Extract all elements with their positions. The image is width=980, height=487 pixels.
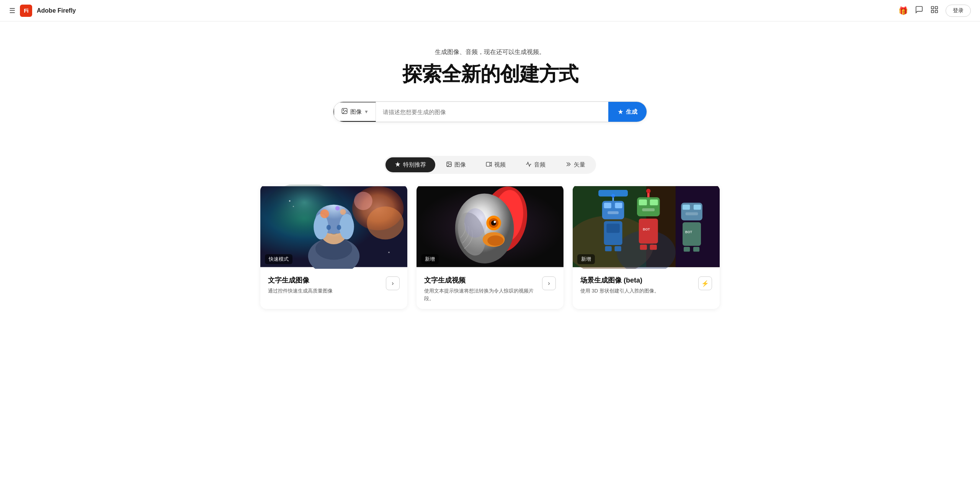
tab-featured-label: 特别推荐	[403, 161, 426, 168]
generate-button[interactable]: 生成	[608, 102, 647, 122]
svg-point-62	[646, 189, 651, 193]
svg-rect-3	[935, 10, 938, 13]
svg-rect-2	[931, 10, 934, 13]
tab-vector-icon	[565, 161, 572, 168]
svg-point-19	[339, 214, 354, 239]
card-2-title: 文字生成视频	[424, 276, 542, 285]
svg-rect-70	[686, 212, 698, 216]
svg-rect-58	[639, 199, 647, 205]
image-type-icon	[341, 108, 348, 116]
card-scene-to-image: BOT BOT	[573, 185, 720, 309]
search-input[interactable]	[376, 102, 608, 122]
hero-title: 探索全新的创建方式	[402, 61, 578, 88]
header: ☰ Fi Adobe Firefly 🎁 登录	[0, 0, 980, 21]
card-3-badge: 新增	[577, 254, 595, 264]
tab-vector[interactable]: 矢量	[556, 157, 595, 172]
svg-point-39	[464, 208, 487, 238]
svg-point-34	[487, 235, 503, 246]
card-3-title: 场景生成图像 (beta)	[580, 276, 698, 285]
svg-rect-47	[604, 203, 611, 208]
svg-rect-0	[931, 7, 934, 9]
svg-rect-51	[606, 224, 620, 233]
tab-video[interactable]: 视频	[477, 157, 515, 172]
tab-image-label: 图像	[454, 161, 466, 168]
svg-point-25	[289, 200, 291, 202]
card-2-badge: 新增	[421, 254, 439, 264]
tabs-section: 特别推荐 图像 视频	[0, 156, 980, 174]
svg-point-27	[388, 252, 390, 253]
card-3-arrow-button[interactable]: ⚡	[698, 276, 712, 290]
card-3-text: 场景生成图像 (beta) 使用 3D 形状创建引人入胜的图像。	[580, 276, 698, 295]
card-2-text: 文字生成视频 使用文本提示快速将想法转换为令人惊叹的视频片段。	[424, 276, 542, 302]
svg-point-20	[327, 225, 331, 230]
card-image-2: 新增	[416, 185, 564, 269]
hero-subtitle: 生成图像、音频，现在还可以生成视频。	[435, 48, 545, 56]
search-bar: 图像 ▼ 生成	[333, 101, 647, 122]
svg-point-5	[343, 109, 344, 110]
card-text-to-image: 快速模式 文字生成图像 通过控件快速生成高质量图像 ›	[260, 185, 407, 309]
gift-icon[interactable]: 🎁	[898, 6, 908, 15]
chevron-down-icon: ▼	[364, 109, 369, 114]
generate-label: 生成	[626, 108, 637, 116]
tab-audio-label: 音频	[534, 161, 546, 168]
svg-text:BOT: BOT	[685, 230, 693, 234]
card-1-badge: 快速模式	[265, 254, 292, 264]
svg-rect-1	[935, 7, 938, 9]
svg-rect-56	[598, 190, 628, 196]
card-image-3: BOT BOT	[573, 185, 720, 269]
tab-image-icon	[446, 161, 452, 168]
card-1-title: 文字生成图像	[268, 276, 386, 285]
svg-rect-69	[694, 204, 701, 209]
svg-rect-74	[693, 247, 699, 252]
grid-icon[interactable]	[930, 5, 939, 16]
tab-image[interactable]: 图像	[437, 157, 475, 172]
svg-rect-60	[642, 208, 655, 211]
login-button[interactable]: 登录	[946, 5, 971, 17]
svg-point-13	[354, 192, 372, 210]
tabs-container: 特别推荐 图像 视频	[384, 156, 596, 174]
svg-text:BOT: BOT	[643, 227, 650, 231]
tab-featured-icon	[395, 161, 401, 168]
card-image-1: 快速模式	[260, 185, 407, 269]
svg-point-21	[337, 225, 341, 230]
card-text-to-video: 新增 文字生成视频 使用文本提示快速将想法转换为令人惊叹的视频片段。 ›	[416, 185, 564, 309]
tab-video-icon	[486, 161, 492, 168]
svg-rect-65	[640, 245, 647, 250]
svg-point-23	[340, 209, 346, 215]
header-right: 🎁 登录	[898, 5, 971, 17]
app-title: Adobe Firefly	[37, 7, 76, 14]
svg-rect-8	[486, 162, 490, 167]
svg-point-38	[494, 221, 496, 223]
svg-rect-49	[608, 211, 619, 214]
search-type-label: 图像	[350, 108, 362, 116]
tab-video-label: 视频	[494, 161, 506, 168]
card-1-text: 文字生成图像 通过控件快速生成高质量图像	[268, 276, 386, 295]
card-1-info: 文字生成图像 通过控件快速生成高质量图像 ›	[260, 269, 407, 302]
header-left: ☰ Fi Adobe Firefly	[9, 5, 76, 17]
svg-point-7	[448, 163, 449, 164]
svg-rect-66	[650, 245, 657, 250]
svg-rect-52	[605, 246, 611, 251]
svg-rect-68	[683, 204, 690, 209]
card-2-info: 文字生成视频 使用文本提示快速将想法转换为令人惊叹的视频片段。 ›	[416, 269, 564, 309]
svg-point-26	[293, 206, 294, 207]
svg-point-12	[367, 206, 403, 239]
cards-grid: 快速模式 文字生成图像 通过控件快速生成高质量图像 ›	[260, 185, 720, 309]
hamburger-icon[interactable]: ☰	[9, 7, 15, 15]
svg-rect-53	[614, 246, 621, 251]
cards-section: 快速模式 文字生成图像 通过控件快速生成高质量图像 ›	[0, 185, 980, 332]
tab-audio-icon	[526, 161, 532, 168]
search-type-dropdown[interactable]: 图像 ▼	[333, 102, 376, 122]
tab-featured[interactable]: 特别推荐	[385, 157, 435, 172]
card-1-arrow-button[interactable]: ›	[386, 276, 400, 290]
chat-icon[interactable]	[915, 5, 923, 16]
tab-vector-label: 矢量	[574, 161, 585, 168]
svg-point-24	[335, 206, 340, 211]
svg-rect-59	[650, 199, 658, 205]
card-2-arrow-button[interactable]: ›	[542, 276, 556, 290]
tab-audio[interactable]: 音频	[516, 157, 555, 172]
card-2-desc: 使用文本提示快速将想法转换为令人惊叹的视频片段。	[424, 287, 542, 302]
hero-section: 生成图像、音频，现在还可以生成视频。 探索全新的创建方式 图像 ▼ 生成	[0, 21, 980, 137]
card-3-info: 场景生成图像 (beta) 使用 3D 形状创建引人入胜的图像。 ⚡	[573, 269, 720, 302]
svg-rect-48	[615, 203, 622, 208]
